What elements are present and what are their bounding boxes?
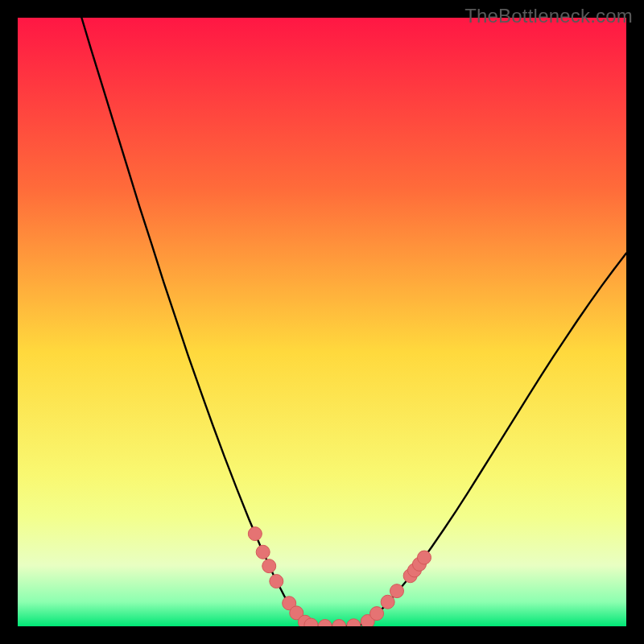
watermark-text: TheBottleneck.com [464,5,633,27]
data-marker [248,527,262,541]
data-marker [262,559,276,573]
data-marker [370,607,384,621]
data-marker [256,545,270,559]
chart-frame: TheBottleneck.com [0,0,644,644]
data-marker [270,575,283,588]
data-marker [418,551,431,564]
data-marker [381,595,394,609]
chart-svg [18,18,626,626]
plot-area [18,18,626,626]
data-marker [390,584,403,598]
